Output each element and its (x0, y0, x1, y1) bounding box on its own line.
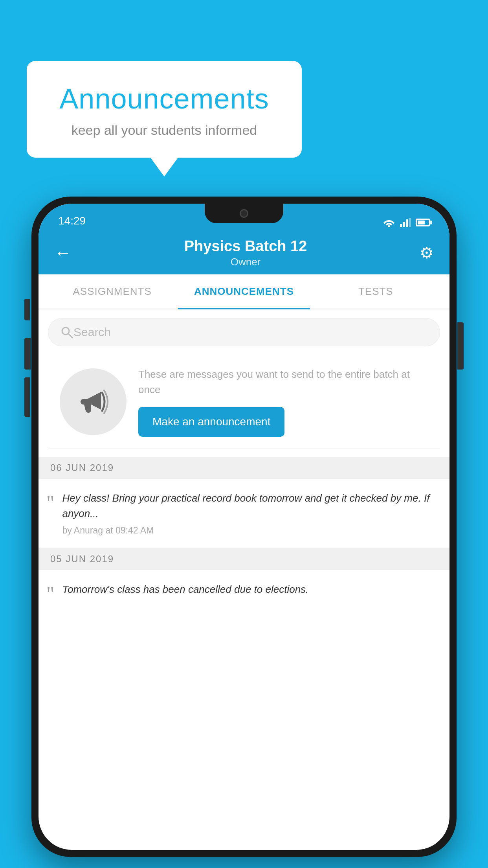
announcement-meta-1: by Anurag at 09:42 AM (62, 525, 438, 536)
speech-bubble-container: Announcements keep all your students inf… (27, 61, 302, 158)
date-separator-2: 05 JUN 2019 (39, 548, 449, 570)
header-title: Physics Batch 12 (184, 238, 307, 255)
announcement-item-2[interactable]: " Tomorrow's class has been cancelled du… (39, 570, 449, 611)
announcement-content-1: Hey class! Bring your practical record b… (62, 491, 438, 536)
announcement-icon-container (60, 368, 127, 435)
svg-point-0 (388, 225, 390, 227)
settings-icon[interactable]: ⚙ (420, 244, 434, 262)
signal-icon (400, 218, 411, 227)
empty-state-description: These are messages you want to send to t… (138, 367, 428, 397)
empty-state-content: These are messages you want to send to t… (138, 367, 428, 437)
tab-tests[interactable]: TESTS (310, 274, 442, 309)
svg-rect-3 (406, 219, 408, 227)
date-separator-1: 06 JUN 2019 (39, 457, 449, 479)
speech-bubble: Announcements keep all your students inf… (27, 61, 302, 158)
speech-bubble-subtitle: keep all your students informed (50, 123, 278, 138)
speech-bubble-title: Announcements (50, 83, 278, 115)
status-time: 14:29 (58, 215, 86, 227)
search-bar[interactable]: Search (48, 318, 440, 346)
tab-announcements[interactable]: ANNOUNCEMENTS (178, 274, 310, 309)
search-icon (60, 326, 73, 339)
quote-icon-1: " (46, 493, 54, 536)
empty-state: These are messages you want to send to t… (48, 355, 440, 449)
make-announcement-button[interactable]: Make an announcement (138, 407, 284, 437)
svg-rect-1 (400, 224, 402, 227)
wifi-icon (383, 218, 395, 227)
announcement-text-1: Hey class! Bring your practical record b… (62, 491, 438, 521)
header-subtitle: Owner (184, 256, 307, 268)
announcement-content-2: Tomorrow's class has been cancelled due … (62, 582, 438, 603)
announcement-item-1[interactable]: " Hey class! Bring your practical record… (39, 479, 449, 548)
tabs-bar: ASSIGNMENTS ANNOUNCEMENTS TESTS (39, 274, 449, 309)
app-header: ← Physics Batch 12 Owner ⚙ (39, 231, 449, 274)
announcement-text-2: Tomorrow's class has been cancelled due … (62, 582, 438, 597)
megaphone-icon (75, 384, 111, 419)
search-placeholder: Search (73, 326, 111, 339)
back-button[interactable]: ← (54, 243, 72, 263)
tab-assignments[interactable]: ASSIGNMENTS (46, 274, 178, 309)
status-icons (383, 218, 430, 227)
svg-rect-2 (403, 222, 405, 227)
header-center: Physics Batch 12 Owner (184, 238, 307, 268)
svg-rect-4 (409, 218, 411, 227)
svg-line-6 (68, 334, 72, 338)
quote-icon-2: " (46, 584, 54, 603)
battery-icon (416, 219, 430, 226)
camera (240, 209, 248, 218)
phone-notch (205, 204, 283, 223)
phone-mockup: 14:29 (31, 197, 457, 857)
